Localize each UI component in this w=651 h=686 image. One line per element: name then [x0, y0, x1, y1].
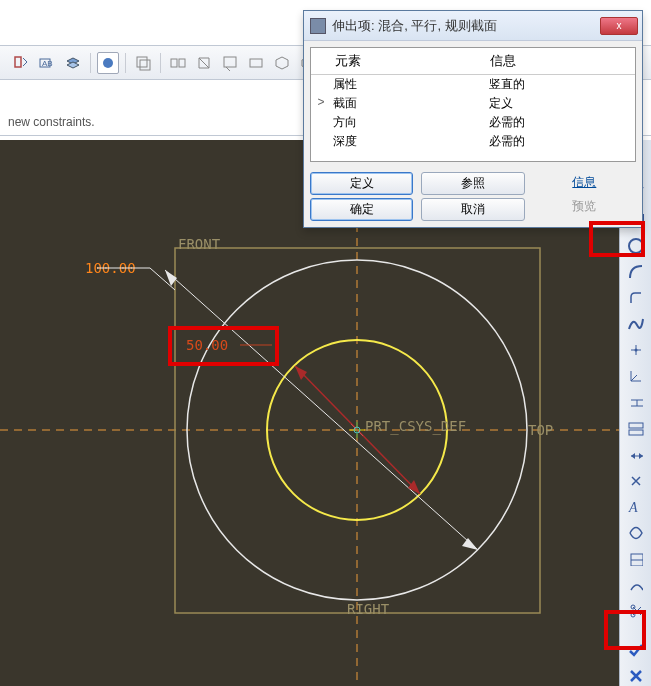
text-note-icon: AB: [39, 55, 55, 71]
cross-section-icon: [196, 55, 212, 71]
combined-icon: [170, 55, 186, 71]
define-button[interactable]: 定义: [310, 172, 413, 195]
csys-tool[interactable]: [624, 366, 648, 386]
component-icon: [274, 55, 290, 71]
svg-rect-40: [629, 423, 643, 428]
svg-rect-8: [224, 57, 236, 67]
combined-views-button[interactable]: [167, 52, 189, 74]
message-text: new constraints.: [8, 115, 95, 129]
svg-rect-4: [137, 57, 147, 67]
svg-marker-44: [639, 453, 643, 459]
cross-section-button[interactable]: [193, 52, 215, 74]
toolbar-separator: [125, 53, 126, 73]
toolbar-separator: [160, 53, 161, 73]
svg-point-3: [103, 58, 113, 68]
display-style-icon: [135, 55, 151, 71]
svg-text:A: A: [628, 500, 638, 515]
extrude-dialog: 伸出项: 混合, 平行, 规则截面 x 元素 信息 属性 竖直的 > 截面 定义…: [303, 10, 643, 228]
refs-button[interactable]: 参照: [421, 172, 524, 195]
show-hide-button[interactable]: [219, 52, 241, 74]
svg-rect-5: [140, 60, 150, 70]
context-view-button[interactable]: [97, 52, 119, 74]
dialog-title: 伸出项: 混合, 平行, 规则截面: [332, 17, 497, 35]
svg-line-29: [150, 268, 175, 290]
preview-button[interactable]: 预览: [533, 196, 636, 217]
thicken-tool[interactable]: [624, 419, 648, 439]
trim-tool[interactable]: [624, 601, 648, 621]
point-tool[interactable]: [624, 340, 648, 360]
table-row[interactable]: 属性 竖直的: [311, 75, 635, 94]
arc-tool[interactable]: [624, 262, 648, 282]
circle-tool[interactable]: [624, 236, 648, 256]
component-display-button[interactable]: [271, 52, 293, 74]
palette-tool[interactable]: [624, 549, 648, 569]
info-button[interactable]: 信息: [533, 172, 636, 193]
dialog-footer: 定义 确定 参照 取消 信息 预览: [304, 168, 642, 227]
fillet-tool[interactable]: [624, 288, 648, 308]
cancel-x[interactable]: [624, 666, 648, 686]
table-row[interactable]: 深度 必需的: [311, 132, 635, 151]
dialog-body: 元素 信息 属性 竖直的 > 截面 定义 方向 必需的 深度 必需的: [310, 47, 636, 162]
table-row[interactable]: > 截面 定义: [311, 94, 635, 113]
recreate-icon: [248, 55, 264, 71]
ok-button[interactable]: 确定: [310, 198, 413, 221]
show-hide-icon: [222, 55, 238, 71]
dialog-close-button[interactable]: x: [600, 17, 638, 35]
svg-rect-41: [629, 430, 643, 435]
recreate-button[interactable]: [245, 52, 267, 74]
svg-marker-43: [631, 453, 635, 459]
layers-icon: [65, 55, 81, 71]
svg-rect-6: [171, 59, 177, 67]
col-header-info: 信息: [480, 48, 635, 74]
ok-checkmark[interactable]: [624, 640, 648, 660]
insert-icon: [13, 55, 29, 71]
text-note-button[interactable]: AB: [36, 52, 58, 74]
cancel-button[interactable]: 取消: [421, 198, 524, 221]
toolbar-separator: [90, 53, 91, 73]
svg-rect-7: [179, 59, 185, 67]
svg-point-33: [629, 239, 643, 253]
text-tool[interactable]: [624, 523, 648, 543]
col-header-element: 元素: [311, 48, 480, 74]
dialog-titlebar[interactable]: 伸出项: 混合, 平行, 规则截面 x: [304, 11, 642, 41]
dialog-title-icon: [310, 18, 326, 34]
dimension-tool[interactable]: [624, 445, 648, 465]
table-row[interactable]: 方向 必需的: [311, 113, 635, 132]
modify-tool[interactable]: [624, 471, 648, 491]
insert-tool-button[interactable]: [10, 52, 32, 74]
offset-tool[interactable]: [624, 393, 648, 413]
layers-button[interactable]: [62, 52, 84, 74]
spline-tool[interactable]: [624, 314, 648, 334]
display-style-button[interactable]: [132, 52, 154, 74]
svg-rect-9: [250, 59, 262, 67]
svg-text:AB: AB: [42, 59, 53, 68]
context-view-icon: [100, 55, 116, 71]
svg-point-36: [634, 349, 637, 352]
svg-rect-0: [15, 57, 21, 67]
constraint-tool[interactable]: A: [624, 497, 648, 517]
edge-tool[interactable]: [624, 575, 648, 595]
